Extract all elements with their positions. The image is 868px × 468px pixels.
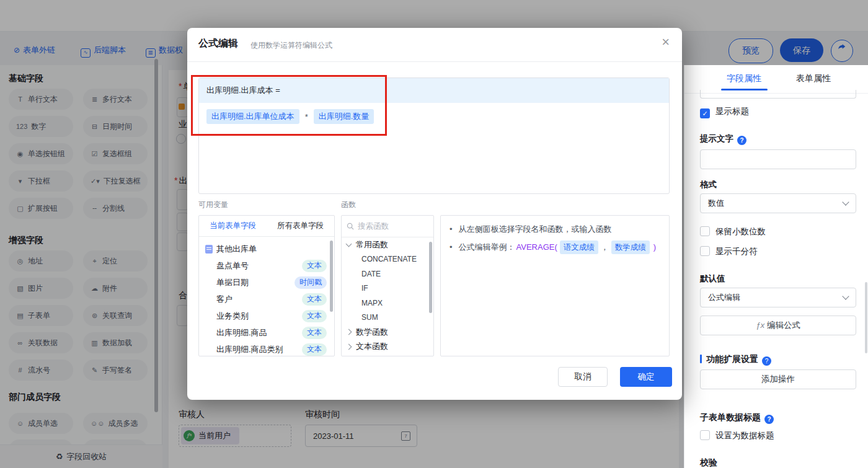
form-external-link-button[interactable]: ⊘表单外链 [14,45,55,56]
field-type-button[interactable]: ▤子表单 [9,305,73,326]
sidebar-section-grid: ◎地址⌖定位▧图片☁附件▤子表单⊚关联查询∞关联数据▥数据加载#流水号✎手写签名 [9,250,162,381]
field-type-label: 附件 [102,283,117,294]
field-type-label: 关联查询 [102,311,132,321]
field-type-button[interactable]: ▢扩展按钮 [9,198,73,219]
radio-option-fragment[interactable] [176,134,186,144]
variable-tree-root[interactable]: 其他出库单 [199,241,334,257]
field-type-button[interactable]: ∞关联数据 [9,332,73,353]
show-title-checkbox[interactable]: ✓显示标题 [700,106,749,118]
field-type-button[interactable]: ⊚关联查询 [83,305,148,326]
field-type-button[interactable]: ╌分割线 [83,198,148,219]
tab-form-properties[interactable]: 表单属性 [796,73,831,84]
field-type-button[interactable]: ◉单选按钮组 [9,143,73,164]
field-type-label: 流水号 [28,365,50,376]
function-item[interactable]: SUM [342,311,433,325]
field-type-label: 下拉框 [28,176,50,187]
properties-scrollbar[interactable] [865,282,867,353]
close-icon[interactable]: × [662,35,670,49]
variable-row[interactable]: 业务类别文本 [199,307,334,324]
variable-row[interactable]: 客户文本 [199,291,334,307]
confirm-button[interactable]: 确定 [620,367,672,387]
function-item[interactable]: DATE [342,267,433,281]
tab-all-form-fields[interactable]: 所有表单字段 [267,221,334,231]
tab-current-form-fields[interactable]: 当前表单字段 [199,221,267,231]
chevron-down-icon [346,241,352,247]
field-type-button[interactable]: ☁附件 [83,278,148,299]
save-button[interactable]: 保存 [780,38,823,62]
sidebar-section-title: 增强字段 [9,234,162,246]
field-type-button[interactable]: ▥数据加载 [83,332,148,353]
function-group-name: 数学函数 [356,327,388,338]
field-type-button[interactable]: ☑复选框组 [83,143,148,164]
functions-scrollbar[interactable] [429,242,432,313]
help-circle-icon[interactable]: ? [764,415,774,424]
top-bar [0,0,868,32]
cancel-button[interactable]: 取消 [558,367,608,387]
link-icon: ⊘ [14,46,20,55]
field-type-button[interactable]: #流水号 [9,360,73,381]
backend-script-button[interactable]: ∿后端脚本 [81,45,126,58]
formula-field-chip[interactable]: 出库明细.出库单位成本 [206,109,299,124]
section-bar [700,355,702,363]
field-library-sidebar: 基础字段T单行文本≣多行文本123数字⊟日期时间◉单选按钮组☑复选框组▾下拉框✓… [0,65,162,468]
field-title-input-partial[interactable] [700,90,856,99]
field-type-label: 日期时间 [102,121,132,132]
edit-formula-button[interactable]: ƒx 编辑公式 [700,316,856,335]
help-circle-icon[interactable]: ? [762,356,771,366]
field-recycle-bin[interactable]: ♻字段回收站 [0,444,162,468]
form-designer-app: *单 业 *出 合 审核人 户 当前用户 审核时间 2023-01-11 7 ‹… [0,0,868,468]
field-type-label: 子表单 [28,311,50,321]
format-select[interactable]: 数值 [700,193,856,213]
function-group[interactable]: 文本函数 [342,340,433,355]
function-item[interactable]: MAPX [342,296,433,311]
add-action-button[interactable]: 添加操作 [700,369,856,389]
field-type-button[interactable]: 123数字 [9,116,73,137]
field-type-label: 关联数据 [28,338,58,348]
sidebar-scrollbar[interactable] [154,59,158,412]
variable-row[interactable]: 出库明细.商品类别文本 [199,341,334,358]
variables-scrollbar[interactable] [330,241,333,312]
data-permission-icon: ▥ [146,48,156,58]
field-type-button[interactable]: ⊟日期时间 [83,116,148,137]
review-time-input[interactable]: 2023-01-11 7 [305,425,417,447]
tab-field-properties[interactable]: 字段属性 [727,73,761,84]
field-type-button[interactable]: ☺☺成员多选 [83,413,148,434]
data-permission-button[interactable]: ▥数据权 [146,45,183,58]
help-circle-icon[interactable]: ? [737,136,746,145]
function-group[interactable]: 数学函数 [342,325,433,340]
function-search-input[interactable]: 搜索函数 [342,216,433,237]
function-group[interactable]: 常用函数 [342,237,433,252]
field-type-button[interactable]: ⌖定位 [83,250,148,272]
field-type-button[interactable]: ▾下拉框 [9,170,73,192]
field-type-button[interactable]: ☺成员单选 [9,413,73,434]
formula-expression[interactable]: 出库明细.出库单位成本 * 出库明细.数量 [206,109,374,124]
current-user-chip[interactable]: 户 当前用户 [181,427,239,444]
field-type-label: 成员单选 [28,418,58,429]
field-type-button[interactable]: ▧图片 [9,278,73,299]
variable-row[interactable]: 盘点单号文本 [199,257,334,274]
variable-type-badge: 文本 [302,260,327,272]
variable-row[interactable]: 单据日期时间戳 [199,274,334,291]
calendar-icon[interactable]: 7 [401,431,410,441]
formula-editor[interactable]: 出库明细.出库成本 = 出库明细.出库单位成本 * 出库明细.数量 [198,77,670,194]
format-label: 格式 [700,179,717,190]
set-as-data-title-checkbox[interactable]: 设置为数据标题 [700,430,774,441]
subform-data-title-label: 子表单数据标题? [700,412,774,424]
variable-row[interactable]: 出库明细.商品文本 [199,324,334,341]
field-type-label: 图片 [28,283,43,294]
data-load-icon: ▥ [91,339,99,347]
hint-text-input[interactable] [700,149,856,169]
field-type-button[interactable]: ◎地址 [9,250,73,272]
keep-decimals-checkbox[interactable]: 保留小数位数 [700,226,766,237]
field-type-button[interactable]: ✎手写签名 [83,360,148,381]
function-item[interactable]: IF [342,281,433,296]
function-item[interactable]: CONCATENATE [342,252,433,267]
share-button[interactable] [831,40,853,62]
field-type-button[interactable]: T单行文本 [9,89,73,110]
thousand-separator-checkbox[interactable]: 显示千分符 [700,246,758,257]
preview-button[interactable]: 预览 [728,38,773,63]
field-type-button[interactable]: ✓▾下拉复选框 [83,170,148,192]
field-type-button[interactable]: ≣多行文本 [83,89,148,110]
formula-field-chip[interactable]: 出库明细.数量 [314,109,374,124]
default-value-select[interactable]: 公式编辑 [700,288,856,307]
